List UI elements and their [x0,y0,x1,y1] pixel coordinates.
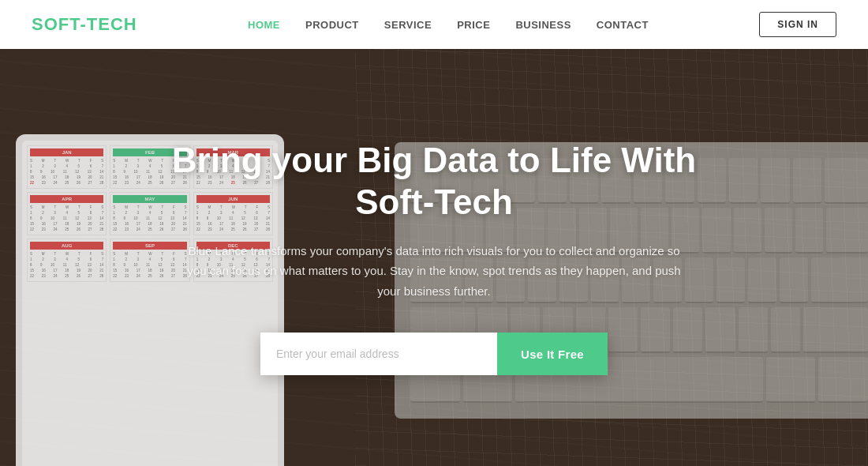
nav-link-home[interactable]: HOME [248,19,280,31]
nav-link-product[interactable]: PRODUCT [305,19,359,31]
email-input[interactable] [260,333,497,375]
nav-link-price[interactable]: PRICE [457,19,490,31]
brand-suffix: TECH [87,14,137,34]
hero-content: Bring your Big Data to Life With Soft-Te… [0,49,868,466]
nav-item-contact[interactable]: CONTACT [597,17,649,32]
nav-item-product[interactable]: PRODUCT [305,17,359,32]
hero-title: Bring your Big Data to Life With Soft-Te… [134,140,734,224]
nav-item-home[interactable]: HOME [248,17,280,32]
nav-link-service[interactable]: SERVICE [384,19,432,31]
nav-item-price[interactable]: PRICE [457,17,490,32]
brand-prefix: SOFT- [32,14,87,34]
nav-link-contact[interactable]: CONTACT [597,19,649,31]
hero-subtitle: Blue Lance transforms your company's dat… [181,241,687,302]
nav-link-business[interactable]: BUSINESS [515,19,571,31]
use-it-free-button[interactable]: Use It Free [497,333,608,375]
navbar: SOFT-TECH HOME PRODUCT SERVICE PRICE BUS… [0,0,868,49]
nav-item-service[interactable]: SERVICE [384,17,432,32]
signin-button[interactable]: SIGN IN [759,12,836,37]
hero-section: JAN SMTWTFS 1234567 891011121314 1516171… [0,0,868,466]
nav-links: HOME PRODUCT SERVICE PRICE BUSINESS CONT… [248,17,649,32]
brand-logo: SOFT-TECH [32,14,137,35]
nav-item-business[interactable]: BUSINESS [515,17,571,32]
cta-form: Use It Free [260,333,608,375]
